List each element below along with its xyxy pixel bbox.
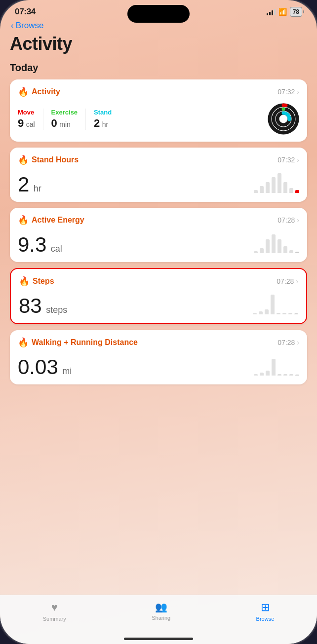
stand-hours-time: 07:32: [277, 156, 295, 164]
tab-bar: ♥ Summary 👥 Sharing ⊞ Browse: [0, 595, 317, 644]
activity-fire-icon: 🔥: [18, 86, 29, 97]
steps-body: 83 steps: [11, 291, 306, 323]
walking-running-body: 0.03 mi: [10, 352, 307, 384]
ae-bar-1: [254, 251, 258, 253]
st-bar-6: [282, 313, 286, 314]
active-energy-card[interactable]: 🔥 Active Energy 07:28 › 9.3 cal: [10, 208, 307, 262]
active-energy-value-row: 9.3 cal: [18, 234, 62, 255]
steps-card[interactable]: 🔥 Steps 07:28 › 83 steps: [10, 268, 307, 324]
phone-screen: 07:34 📶 78 ‹ Browse: [0, 0, 317, 644]
active-energy-time: 07:28: [277, 216, 295, 224]
wr-bar-4: [272, 359, 276, 376]
activity-chevron-icon: ›: [297, 88, 299, 96]
walking-unit: mi: [62, 366, 72, 376]
home-indicator: [124, 638, 193, 640]
active-energy-chevron-icon: ›: [297, 216, 299, 224]
stand-hours-title: Stand Hours: [32, 155, 79, 164]
bar-7: [289, 188, 293, 193]
active-energy-unit: cal: [51, 244, 62, 254]
st-bar-1: [253, 313, 257, 314]
st-bar-2: [259, 311, 263, 314]
activity-card-title: Activity: [32, 87, 60, 96]
steps-value-row: 83 steps: [19, 296, 67, 316]
active-energy-time-row: 07:28 ›: [277, 216, 299, 224]
walking-running-header: 🔥 Walking + Running Distance 07:28 ›: [10, 330, 307, 352]
steps-value: 83: [19, 294, 42, 317]
bar-4: [272, 177, 276, 193]
stand-hours-body: 2 hr: [10, 169, 307, 202]
activity-time-row: 07:32 ›: [277, 88, 299, 96]
st-bar-8: [294, 313, 298, 314]
activity-ring-chart: [268, 103, 299, 135]
dynamic-island: [127, 5, 190, 23]
browse-label: Browse: [256, 616, 275, 622]
activity-card[interactable]: 🔥 Activity 07:32 › Move 9 c: [10, 79, 307, 142]
st-bar-4: [271, 295, 275, 314]
stand-hours-time-row: 07:32 ›: [277, 156, 299, 164]
bar-2: [260, 186, 264, 193]
active-energy-title-row: 🔥 Active Energy: [18, 215, 84, 226]
move-value: 9: [18, 117, 24, 129]
walking-value: 0.03: [18, 355, 58, 379]
stand-hours-value-row: 2 hr: [18, 174, 41, 195]
wr-bar-8: [295, 375, 299, 376]
active-energy-title: Active Energy: [32, 216, 84, 225]
active-energy-value: 9.3: [18, 233, 46, 256]
stand-hours-card[interactable]: 🔥 Stand Hours 07:32 › 2 hr: [10, 148, 307, 202]
ae-bar-3: [266, 239, 270, 253]
stand-label: Stand: [94, 109, 112, 116]
stand-metric: Stand 2 hr: [94, 109, 112, 130]
wr-bar-5: [277, 374, 281, 376]
signal-bar-2: [269, 12, 271, 15]
signal-bar-1: [267, 13, 268, 15]
walking-chevron-icon: ›: [297, 339, 299, 346]
move-label: Move: [18, 109, 35, 116]
stand-hours-chevron-icon: ›: [297, 156, 299, 164]
browse-icon: ⊞: [261, 601, 270, 614]
battery-icon: 78: [290, 7, 302, 17]
walking-running-card[interactable]: 🔥 Walking + Running Distance 07:28 › 0.0…: [10, 330, 307, 384]
phone-shell: 07:34 📶 78 ‹ Browse: [0, 0, 317, 644]
stand-hours-value: 2: [18, 173, 29, 196]
steps-unit: steps: [46, 305, 67, 315]
signal-bar-4: [274, 9, 276, 15]
active-energy-body: 9.3 cal: [10, 229, 307, 262]
back-label[interactable]: Browse: [16, 21, 44, 31]
move-unit: cal: [26, 120, 35, 128]
walking-running-title: Walking + Running Distance: [32, 338, 138, 347]
walking-running-time-row: 07:28 ›: [277, 339, 299, 346]
stand-value-row: 2 hr: [94, 117, 112, 130]
steps-time-row: 07:28 ›: [277, 277, 298, 285]
back-arrow-icon: ‹: [11, 21, 14, 31]
steps-header: 🔥 Steps 07:28 ›: [11, 269, 306, 291]
ae-bar-6: [283, 246, 287, 253]
wr-bar-1: [254, 374, 258, 376]
st-bar-5: [277, 313, 280, 314]
sharing-label: Sharing: [152, 615, 170, 621]
page-title: Activity: [10, 34, 307, 54]
activity-metrics: Move 9 cal Exercise 0 min: [18, 109, 112, 130]
exercise-metric: Exercise 0 min: [51, 109, 86, 130]
tab-summary[interactable]: ♥ Summary: [43, 601, 66, 622]
summary-icon: ♥: [51, 601, 58, 614]
steps-time: 07:28: [277, 277, 294, 285]
wr-bar-7: [289, 374, 293, 376]
signal-bars-icon: [267, 8, 276, 15]
sharing-icon: 👥: [155, 601, 167, 613]
section-header: Today: [10, 62, 307, 74]
bar-6: [283, 182, 287, 193]
tab-browse[interactable]: ⊞ Browse: [256, 601, 275, 622]
stand-hours-header: 🔥 Stand Hours 07:32 ›: [10, 148, 307, 169]
svg-point-7: [282, 108, 285, 111]
tab-sharing[interactable]: 👥 Sharing: [152, 601, 170, 621]
walking-chart: [254, 354, 299, 378]
bar-8-accent: [295, 190, 299, 193]
stand-fire-icon: 🔥: [18, 154, 29, 165]
wr-bar-3: [266, 371, 270, 376]
activity-time: 07:32: [277, 88, 295, 96]
status-time: 07:34: [15, 7, 36, 17]
bar-3: [266, 182, 270, 193]
wr-bar-6: [283, 374, 287, 376]
walking-running-time: 07:28: [277, 339, 295, 346]
steps-chevron-icon: ›: [296, 277, 298, 285]
